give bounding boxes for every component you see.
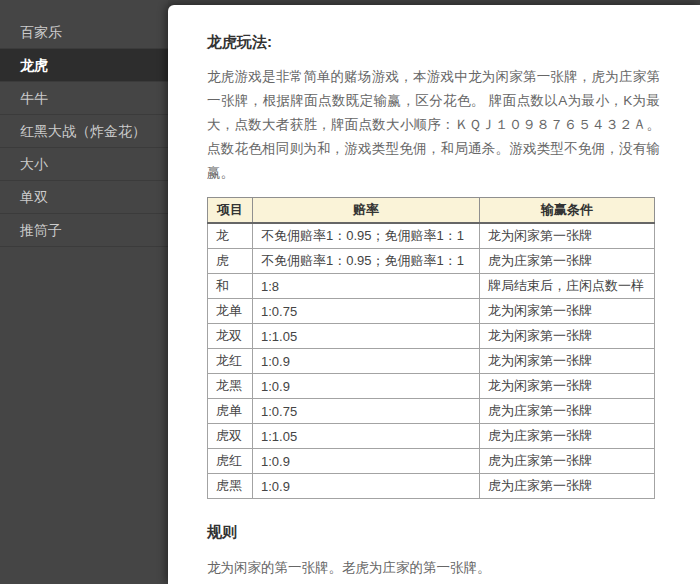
cell-condition: 虎为庄家第一张牌 (480, 449, 655, 474)
sidebar-item-odd-even[interactable]: 单双 (0, 181, 168, 214)
sidebar-item-big-small[interactable]: 大小 (0, 148, 168, 181)
cell-item: 龙 (208, 223, 253, 249)
table-row: 虎单 1:0.75 虎为庄家第一张牌 (208, 399, 655, 424)
table-row: 龙黑 1:0.9 龙为闲家第一张牌 (208, 374, 655, 399)
cell-odds: 1:0.9 (253, 374, 480, 399)
cell-condition: 龙为闲家第一张牌 (480, 349, 655, 374)
header-item: 项目 (208, 198, 253, 224)
table-row: 虎黑 1:0.9 虎为庄家第一张牌 (208, 474, 655, 499)
cell-odds: 不免佣赔率1：0.95；免佣赔率1：1 (253, 223, 480, 249)
page-title: 龙虎玩法: (207, 33, 660, 52)
cell-odds: 1:0.75 (253, 299, 480, 324)
table-row: 和 1:8 牌局结束后，庄闲点数一样 (208, 274, 655, 299)
odds-table: 项目 赔率 输赢条件 龙 不免佣赔率1：0.95；免佣赔率1：1 龙为闲家第一张… (207, 197, 655, 499)
cell-item: 龙双 (208, 324, 253, 349)
table-row: 龙 不免佣赔率1：0.95；免佣赔率1：1 龙为闲家第一张牌 (208, 223, 655, 249)
cell-odds: 1:8 (253, 274, 480, 299)
cell-condition: 龙为闲家第一张牌 (480, 299, 655, 324)
sidebar-nav: 百家乐 龙虎 牛牛 红黑大战（炸金花） 大小 单双 推筒子 (0, 0, 168, 247)
sidebar-item-baccarat[interactable]: 百家乐 (0, 16, 168, 49)
header-odds: 赔率 (253, 198, 480, 224)
sidebar-item-dragon-tiger[interactable]: 龙虎 (0, 49, 168, 82)
rules-title: 规则 (207, 523, 660, 542)
cell-item: 龙单 (208, 299, 253, 324)
cell-odds: 1:0.75 (253, 399, 480, 424)
cell-odds: 不免佣赔率1：0.95；免佣赔率1：1 (253, 249, 480, 274)
cell-item: 龙黑 (208, 374, 253, 399)
rule-paragraph: 龙为闲家的第一张牌。老虎为庄家的第一张牌。 (207, 556, 660, 580)
cell-condition: 龙为闲家第一张牌 (480, 223, 655, 249)
table-header-row: 项目 赔率 输赢条件 (208, 198, 655, 224)
cell-item: 虎单 (208, 399, 253, 424)
cell-condition: 龙为闲家第一张牌 (480, 374, 655, 399)
cell-item: 和 (208, 274, 253, 299)
table-row: 龙红 1:0.9 龙为闲家第一张牌 (208, 349, 655, 374)
cell-odds: 1:0.9 (253, 474, 480, 499)
cell-condition: 龙为闲家第一张牌 (480, 324, 655, 349)
cell-condition: 虎为庄家第一张牌 (480, 399, 655, 424)
cell-odds: 1:1.05 (253, 324, 480, 349)
cell-condition: 牌局结束后，庄闲点数一样 (480, 274, 655, 299)
sidebar-item-niuniu[interactable]: 牛牛 (0, 82, 168, 115)
cell-condition: 虎为庄家第一张牌 (480, 249, 655, 274)
table-row: 虎双 1:1.05 虎为庄家第一张牌 (208, 424, 655, 449)
cell-item: 虎黑 (208, 474, 253, 499)
cell-item: 虎双 (208, 424, 253, 449)
table-row: 虎红 1:0.9 虎为庄家第一张牌 (208, 449, 655, 474)
cell-item: 虎红 (208, 449, 253, 474)
header-condition: 输赢条件 (480, 198, 655, 224)
content-card: 龙虎玩法: 龙虎游戏是非常简单的赌场游戏，本游戏中龙为闲家第一张牌，虎为庄家第一… (168, 5, 700, 584)
cell-condition: 虎为庄家第一张牌 (480, 474, 655, 499)
table-row: 虎 不免佣赔率1：0.95；免佣赔率1：1 虎为庄家第一张牌 (208, 249, 655, 274)
cell-condition: 虎为庄家第一张牌 (480, 424, 655, 449)
table-row: 龙单 1:0.75 龙为闲家第一张牌 (208, 299, 655, 324)
sidebar-item-red-black-war[interactable]: 红黑大战（炸金花） (0, 115, 168, 148)
cell-odds: 1:1.05 (253, 424, 480, 449)
cell-odds: 1:0.9 (253, 449, 480, 474)
table-row: 龙双 1:1.05 龙为闲家第一张牌 (208, 324, 655, 349)
sidebar-item-push-tube[interactable]: 推筒子 (0, 214, 168, 247)
cell-item: 虎 (208, 249, 253, 274)
intro-paragraph: 龙虎游戏是非常简单的赌场游戏，本游戏中龙为闲家第一张牌，虎为庄家第一张牌，根据牌… (207, 65, 660, 185)
cell-odds: 1:0.9 (253, 349, 480, 374)
cell-item: 龙红 (208, 349, 253, 374)
sidebar: 百家乐 龙虎 牛牛 红黑大战（炸金花） 大小 单双 推筒子 (0, 0, 168, 584)
